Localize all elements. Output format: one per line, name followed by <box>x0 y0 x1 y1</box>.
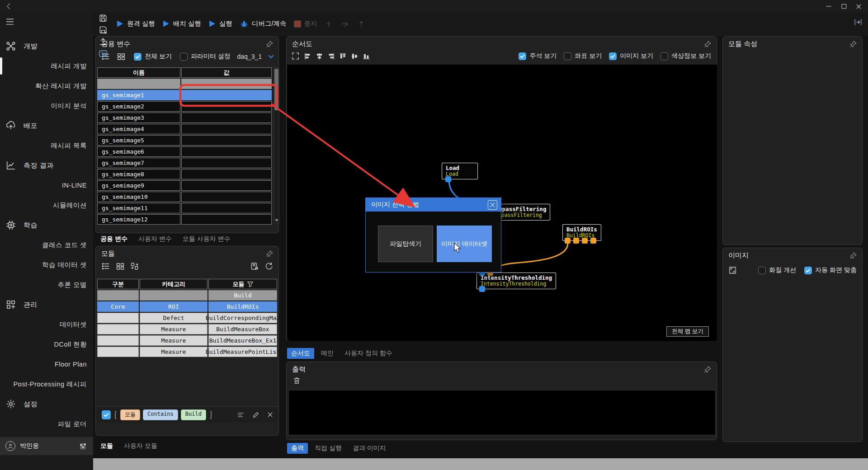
variable-value-cell[interactable] <box>181 90 272 100</box>
sidebar-item-post-processing-레시피[interactable]: Post-Processing 레시피 <box>0 374 93 394</box>
tab-variables-2[interactable]: 사용자 변수 <box>134 234 176 244</box>
file-explorer-button[interactable]: 파일탐색기 <box>378 226 433 262</box>
card-view-icon[interactable] <box>117 52 126 61</box>
group-cell[interactable] <box>97 290 139 301</box>
module-row-BuildMeasureBox_Ex1[interactable]: MeasureBuildMeasureBox_Ex1 <box>97 335 278 346</box>
category-cell[interactable]: ROI <box>140 301 208 312</box>
module-row-BuildROIs[interactable]: CoreROIBuildROIs <box>97 301 278 312</box>
variables-scrollbar[interactable] <box>274 67 279 224</box>
pin-icon[interactable] <box>704 366 712 374</box>
group-cell[interactable] <box>97 324 139 334</box>
variable-value-cell[interactable] <box>181 180 272 191</box>
show-all-checkbox[interactable]: 전체 보기 <box>134 52 172 61</box>
toolbar-action-원격-실행[interactable]: 원격 실행 <box>116 19 155 28</box>
sidebar-item-이미지-분석[interactable]: 이미지 분석 <box>0 96 93 116</box>
sidebar-item-추론-모델[interactable]: 추론 모델 <box>0 275 93 295</box>
align-middle-icon[interactable] <box>351 52 359 60</box>
variable-value-cell[interactable] <box>181 113 272 123</box>
filter-tag-build[interactable]: Build <box>181 409 206 420</box>
edit-filter-icon[interactable] <box>252 411 259 418</box>
card-view-icon[interactable] <box>116 262 125 270</box>
output-console[interactable] <box>288 390 716 435</box>
capture-settings-icon[interactable] <box>97 47 109 59</box>
close-button[interactable] <box>852 2 865 11</box>
user-tools-icon[interactable] <box>79 442 87 450</box>
category-cell[interactable]: Measure <box>140 347 208 357</box>
back-button[interactable] <box>4 1 14 11</box>
full-map-button[interactable]: 전체 맵 보기 <box>666 326 709 337</box>
toggle-이미지-보기[interactable]: 이미지 보기 <box>609 52 653 60</box>
scroll-down-arrow[interactable] <box>275 219 278 222</box>
tab-flowchart-2[interactable]: 메인 <box>317 348 338 359</box>
sidebar-item-학습[interactable]: 학습 <box>0 215 93 235</box>
user-row[interactable]: 박민웅 <box>0 437 93 455</box>
tab-flowchart-3[interactable]: 사용자 정의 함수 <box>340 348 396 359</box>
image-dataset-button[interactable]: 이미지 데이터셋 <box>437 226 492 262</box>
group-cell[interactable] <box>97 313 139 323</box>
align-right-icon[interactable] <box>327 52 335 60</box>
toggle-좌표-보기[interactable]: 좌표 보기 <box>564 52 602 60</box>
step-over-icon[interactable] <box>340 18 350 30</box>
sidebar-item-클래스-코드-셋[interactable]: 클래스 코드 셋 <box>0 235 93 255</box>
module-row-Build[interactable]: Build <box>97 290 278 301</box>
variable-value-cell[interactable] <box>181 214 272 225</box>
port-orange[interactable] <box>573 238 579 244</box>
toolbar-action-실행[interactable]: 실행 <box>208 19 232 28</box>
toolbar-action-디버그-계속[interactable]: 디버그/계속 <box>240 19 287 28</box>
table-row[interactable]: gs_semimage11 <box>97 203 273 213</box>
variable-value-cell[interactable] <box>181 135 272 146</box>
variable-value-cell[interactable] <box>181 124 272 134</box>
sidebar-item-in-line[interactable]: IN-LINE <box>0 175 93 195</box>
filter-enabled-checkbox[interactable] <box>102 410 111 419</box>
module-cell[interactable]: Build <box>208 290 277 301</box>
filter-list-icon[interactable] <box>236 411 245 418</box>
align-left-icon[interactable] <box>304 52 311 60</box>
variable-value-cell[interactable] <box>181 192 272 202</box>
pin-icon[interactable] <box>704 40 712 48</box>
group-cell[interactable] <box>97 335 139 346</box>
enhance-quality-checkbox[interactable]: 화질 개선 <box>758 266 796 274</box>
variable-name-cell[interactable]: gs_semimage11 <box>97 203 180 213</box>
refresh-icon[interactable] <box>264 262 273 270</box>
variable-name-cell[interactable]: gs_semimage9 <box>97 180 180 191</box>
sidebar-item-dcoll-현황[interactable]: DColl 현황 <box>0 334 93 354</box>
save-as-icon[interactable] <box>97 24 109 36</box>
group-cell[interactable] <box>97 347 139 357</box>
tab-modules-1[interactable]: 모듈 <box>96 441 117 451</box>
pin-icon[interactable] <box>849 40 858 48</box>
tab-flowchart-1[interactable]: 순서도 <box>287 348 314 359</box>
sidebar-item-관리[interactable]: 관리 <box>0 295 93 315</box>
table-row[interactable]: gs_semimage1 <box>97 90 273 100</box>
port-orange[interactable] <box>590 238 596 244</box>
table-row[interactable]: gs_semimage12 <box>97 214 273 225</box>
variable-value-cell[interactable] <box>181 146 272 157</box>
maximize-button[interactable] <box>837 2 851 11</box>
sidebar-item-데이터셋[interactable]: 데이터셋 <box>0 315 93 334</box>
scrollbar-thumb[interactable] <box>274 69 278 110</box>
variable-value-cell[interactable] <box>181 203 272 213</box>
table-row[interactable]: gs_semimage5 <box>97 135 273 146</box>
dialog-close-button[interactable] <box>488 200 497 210</box>
tab-output-3[interactable]: 결과 이미지 <box>349 443 390 454</box>
align-bottom-icon[interactable] <box>363 52 370 60</box>
table-row[interactable]: gs_semimage6 <box>97 146 273 157</box>
node-load[interactable]: LoadLoad <box>442 163 478 179</box>
tab-output-1[interactable]: 출력 <box>287 443 308 454</box>
clear-output-button[interactable] <box>293 376 717 385</box>
param-config-checkbox[interactable]: 파라미터 설정 <box>180 52 231 61</box>
sidebar-item-설정[interactable]: 설정 <box>0 394 93 414</box>
sidebar-item-floor-plan[interactable]: Floor Plan <box>0 354 93 374</box>
module-cell[interactable]: BuildROIs <box>208 301 277 312</box>
node-buildrois[interactable]: BuildROIsBuildROIs <box>562 224 601 241</box>
dock-layout-icon[interactable] <box>854 18 863 26</box>
minimize-button[interactable] <box>822 2 835 11</box>
module-relation-icon[interactable] <box>130 262 139 270</box>
sidebar-item-레시피-목록[interactable]: 레시피 목록 <box>0 136 93 155</box>
filter-tag-모듈[interactable]: 모듈 <box>120 409 140 420</box>
variable-value-cell[interactable] <box>181 169 272 179</box>
value-cell[interactable] <box>181 79 272 89</box>
variable-value-cell[interactable] <box>181 158 272 168</box>
variable-name-cell[interactable]: gs_semimage5 <box>97 135 180 146</box>
variable-name-cell[interactable]: gs_semimage6 <box>97 146 180 157</box>
module-row-BuildCorrespondingMa…[interactable]: DefectBuildCorrespondingMa… <box>97 313 278 323</box>
